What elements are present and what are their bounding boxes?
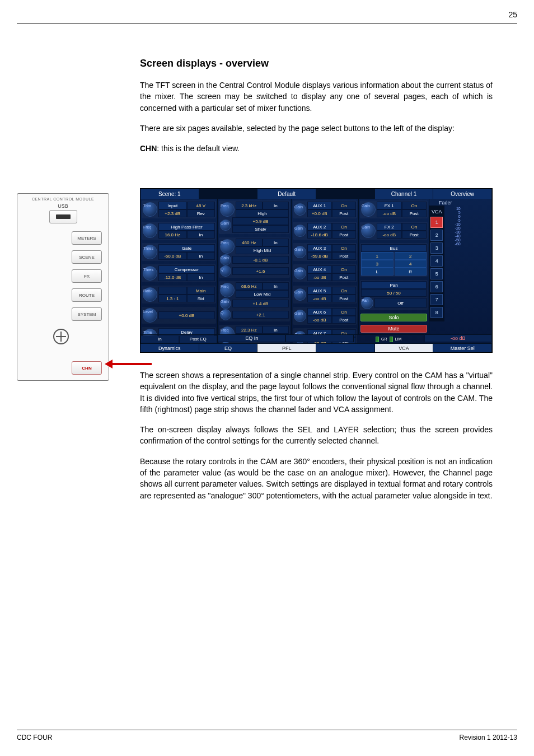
- aux3-post[interactable]: Post: [332, 252, 357, 260]
- eq1-freq-knob[interactable]: Freq: [220, 202, 235, 217]
- ratio-std[interactable]: Std: [187, 295, 216, 302]
- aux3-on[interactable]: On: [332, 244, 357, 252]
- eq1-in[interactable]: In: [263, 202, 289, 209]
- ss-header-blank2: [316, 189, 375, 199]
- eq-in[interactable]: EQ In: [218, 334, 285, 342]
- aux2-on[interactable]: On: [332, 223, 357, 231]
- aux1-post[interactable]: Post: [332, 209, 357, 217]
- bottom-dynamics[interactable]: Dynamics: [140, 343, 199, 352]
- gate-in[interactable]: In: [187, 252, 216, 260]
- fader-tick: -20: [445, 226, 461, 230]
- usb-port-icon: [49, 210, 77, 223]
- vca-2[interactable]: 2: [430, 230, 443, 241]
- bus-2[interactable]: 2: [395, 252, 427, 260]
- fx1-gain-knob[interactable]: Gain: [361, 202, 376, 217]
- aux4-gain-knob[interactable]: Gain: [294, 267, 306, 279]
- ratio-main[interactable]: Main: [187, 287, 216, 295]
- aux6-on[interactable]: On: [332, 308, 357, 316]
- bottom-pfl[interactable]: PFL: [257, 343, 316, 352]
- aux2-post[interactable]: Post: [332, 231, 357, 239]
- fx-button[interactable]: FX: [72, 269, 102, 283]
- fx2-post[interactable]: Post: [402, 231, 427, 239]
- vca-1[interactable]: 1: [430, 217, 443, 228]
- mute-button[interactable]: Mute: [360, 325, 427, 333]
- eq1-type[interactable]: Shelv: [232, 225, 289, 233]
- hpf-freq-knob[interactable]: Freq: [143, 223, 157, 238]
- eq3-freq-knob[interactable]: Freq: [220, 283, 235, 297]
- hpf-in[interactable]: In: [187, 231, 216, 239]
- dyn-in[interactable]: In: [140, 335, 179, 343]
- bus-r[interactable]: R: [395, 268, 427, 276]
- pan-off[interactable]: Off: [374, 298, 427, 308]
- fader-tick: -60: [445, 242, 461, 246]
- rev-cell[interactable]: Rev: [187, 209, 216, 217]
- bottom-eq[interactable]: EQ: [199, 343, 258, 352]
- eq2-freq-knob[interactable]: Freq: [220, 239, 235, 254]
- aux-blank: [285, 334, 353, 342]
- pan-knob[interactable]: Pan: [361, 297, 373, 309]
- ratio-blank: [158, 287, 187, 295]
- solo-button[interactable]: Solo: [360, 314, 427, 321]
- aux5-gain-knob[interactable]: Gain: [294, 288, 306, 301]
- scene-label: Scene: 1: [140, 189, 199, 199]
- aux6-gain-knob[interactable]: Gain: [294, 310, 306, 322]
- aux5-post[interactable]: Post: [332, 295, 357, 302]
- aux6-post[interactable]: Post: [332, 316, 357, 324]
- vca-7[interactable]: 7: [430, 294, 443, 305]
- aux5-value: -oo dB: [307, 295, 332, 302]
- aux4-on[interactable]: On: [332, 265, 357, 273]
- eq3-in[interactable]: In: [263, 282, 289, 290]
- fx1-post[interactable]: Post: [402, 209, 427, 217]
- bottom-master[interactable]: Master Sel: [433, 343, 492, 352]
- fader-tick: 10: [445, 207, 461, 211]
- aux1-gain-knob[interactable]: Gain: [294, 203, 306, 216]
- gate-thres-knob[interactable]: Thres: [143, 245, 157, 259]
- eq3-q-knob[interactable]: Q: [220, 309, 231, 320]
- aux8-gain-knob[interactable]: Gain: [294, 352, 306, 353]
- eq1-gain-knob[interactable]: Gain: [220, 220, 231, 231]
- route-button[interactable]: ROUTE: [72, 288, 102, 302]
- vca-8[interactable]: 8: [430, 307, 443, 318]
- 48v-cell[interactable]: 48 V: [187, 202, 216, 209]
- bus-1[interactable]: 1: [361, 252, 394, 260]
- aux5-title: AUX 5: [307, 287, 332, 295]
- strip-eq: Freq2.3 kHzInHighGain+5.9 dBShelv Freq46…: [218, 199, 292, 334]
- eq2-gain-knob[interactable]: Gain: [220, 254, 231, 265]
- aux1-on[interactable]: On: [332, 202, 357, 209]
- chn-button[interactable]: CHN: [72, 361, 102, 375]
- fader-tick: -50: [445, 238, 461, 242]
- comp-in[interactable]: In: [187, 273, 216, 281]
- fader-tick: -30: [445, 230, 461, 234]
- dyn-posteq[interactable]: Post EQ: [179, 335, 218, 343]
- aux2-gain-knob[interactable]: Gain: [294, 225, 306, 237]
- eq2-in[interactable]: In: [263, 239, 289, 246]
- ratio-knob[interactable]: Ratio: [143, 287, 157, 302]
- bottom-vca[interactable]: VCA: [375, 343, 434, 352]
- bus-3[interactable]: 3: [361, 260, 394, 268]
- trim-knob[interactable]: Trim: [143, 202, 157, 217]
- aux5-on[interactable]: On: [332, 287, 357, 295]
- vca-5[interactable]: 5: [430, 268, 443, 279]
- scene-button[interactable]: SCENE: [72, 250, 102, 264]
- fx2-gain-knob[interactable]: Gain: [361, 223, 376, 238]
- system-button[interactable]: SYSTEM: [72, 307, 102, 321]
- lim-label: LIM: [395, 337, 402, 341]
- comp-thres-knob[interactable]: Thres: [143, 266, 157, 281]
- fx1-on[interactable]: On: [402, 202, 427, 209]
- strip-bus: GainFX 1On-oo dBPost GainFX 2On-oo dBPos…: [359, 199, 429, 334]
- fx2-on[interactable]: On: [402, 223, 427, 231]
- eq3-gain-knob[interactable]: Gain: [220, 298, 231, 309]
- level-knob[interactable]: Level: [143, 308, 157, 323]
- vca-6[interactable]: 6: [430, 281, 443, 292]
- meters-button[interactable]: METERS: [72, 231, 102, 245]
- bus-4[interactable]: 4: [395, 260, 427, 268]
- arrow-icon: [111, 363, 152, 365]
- aux4-post[interactable]: Post: [332, 273, 357, 281]
- aux3-gain-knob[interactable]: Gain: [294, 246, 306, 258]
- vca-3[interactable]: 3: [430, 242, 443, 254]
- eq4-in[interactable]: In: [263, 326, 289, 334]
- bus-l[interactable]: L: [361, 268, 394, 276]
- eq2-q-knob[interactable]: Q: [220, 265, 231, 277]
- vca-4[interactable]: 4: [430, 255, 443, 267]
- paragraph-4: The on-screen display always follows the…: [140, 424, 493, 447]
